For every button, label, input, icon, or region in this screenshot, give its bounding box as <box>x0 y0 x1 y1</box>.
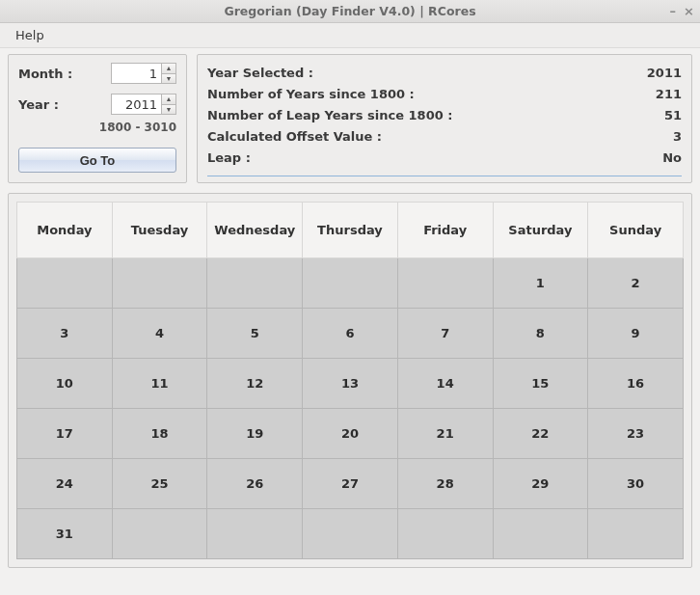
calendar-panel: MondayTuesdayWednesdayThursdayFridaySatu… <box>8 193 692 568</box>
calendar-cell[interactable]: 30 <box>588 459 684 509</box>
calendar-row: 3456789 <box>17 309 684 359</box>
minimize-button[interactable]: – <box>670 5 677 17</box>
year-selected-label: Year Selected : <box>207 63 313 84</box>
offset-label: Calculated Offset Value : <box>207 126 382 148</box>
info-separator <box>207 176 682 176</box>
year-up-button[interactable]: ▲ <box>161 94 176 104</box>
window-title: Gregorian (Day Finder V4.0) | RCores <box>224 4 475 18</box>
calendar-cell[interactable]: 8 <box>493 309 588 359</box>
window-controls: – × <box>670 0 694 22</box>
years-since-label: Number of Years since 1800 : <box>207 84 415 105</box>
calendar-cell[interactable]: 2 <box>588 258 684 309</box>
calendar-table: MondayTuesdayWednesdayThursdayFridaySatu… <box>16 202 684 559</box>
calendar-cell[interactable]: 21 <box>397 409 493 459</box>
calendar-cell[interactable]: 7 <box>397 309 493 359</box>
calendar-cell[interactable]: 26 <box>207 459 303 509</box>
calendar-header: Monday <box>17 203 113 258</box>
calendar-cell[interactable]: 5 <box>207 309 303 359</box>
calendar-header: Wednesday <box>207 203 303 258</box>
year-input[interactable] <box>111 94 161 115</box>
calendar-header: Saturday <box>493 203 588 258</box>
calendar-cell[interactable]: 15 <box>493 359 588 409</box>
calendar-cell[interactable]: 14 <box>397 359 493 409</box>
year-selected-value: 2011 <box>647 63 682 84</box>
input-panel: Month : ▲ ▼ Year : ▲ ▼ <box>8 54 187 183</box>
calendar-cell[interactable]: 23 <box>588 409 684 459</box>
calendar-cell[interactable]: 9 <box>588 309 684 359</box>
calendar-cell[interactable]: 22 <box>493 409 588 459</box>
calendar-cell <box>303 509 398 559</box>
leap-label: Leap : <box>207 148 251 169</box>
calendar-cell[interactable]: 10 <box>17 359 113 409</box>
calendar-cell <box>112 258 207 309</box>
calendar-cell[interactable]: 4 <box>112 309 207 359</box>
calendar-cell[interactable]: 18 <box>112 409 207 459</box>
calendar-header: Tuesday <box>112 203 207 258</box>
years-since-value: 211 <box>656 84 682 105</box>
calendar-cell[interactable]: 29 <box>493 459 588 509</box>
calendar-cell <box>112 509 207 559</box>
leap-years-label: Number of Leap Years since 1800 : <box>207 105 452 126</box>
calendar-cell[interactable]: 27 <box>303 459 398 509</box>
calendar-cell <box>397 509 493 559</box>
offset-value: 3 <box>673 126 682 148</box>
calendar-row: 12 <box>17 258 684 309</box>
month-down-button[interactable]: ▼ <box>161 73 176 85</box>
month-input[interactable] <box>111 63 161 84</box>
close-button[interactable]: × <box>684 5 694 17</box>
titlebar: Gregorian (Day Finder V4.0) | RCores – × <box>0 0 700 23</box>
calendar-cell <box>207 258 303 309</box>
calendar-cell <box>207 509 303 559</box>
calendar-cell[interactable]: 19 <box>207 409 303 459</box>
month-spinner[interactable]: ▲ ▼ <box>111 63 176 84</box>
year-down-button[interactable]: ▼ <box>161 104 176 116</box>
info-panel: Year Selected : 2011 Number of Years sin… <box>197 54 692 183</box>
calendar-cell[interactable]: 20 <box>303 409 398 459</box>
calendar-cell[interactable]: 11 <box>112 359 207 409</box>
menu-help[interactable]: Help <box>8 25 52 45</box>
calendar-cell[interactable]: 3 <box>17 309 113 359</box>
goto-button[interactable]: Go To <box>18 148 176 173</box>
calendar-cell[interactable]: 28 <box>397 459 493 509</box>
leap-value: No <box>662 148 682 169</box>
calendar-cell[interactable]: 17 <box>17 409 113 459</box>
calendar-cell[interactable]: 24 <box>17 459 113 509</box>
calendar-cell[interactable]: 13 <box>303 359 398 409</box>
calendar-header: Sunday <box>588 203 684 258</box>
calendar-cell[interactable]: 12 <box>207 359 303 409</box>
month-up-button[interactable]: ▲ <box>161 63 176 73</box>
calendar-row: 10111213141516 <box>17 359 684 409</box>
calendar-cell[interactable]: 1 <box>493 258 588 309</box>
year-label: Year : <box>18 97 59 112</box>
calendar-row: 24252627282930 <box>17 459 684 509</box>
calendar-cell[interactable]: 6 <box>303 309 398 359</box>
calendar-cell <box>397 258 493 309</box>
calendar-cell[interactable]: 16 <box>588 359 684 409</box>
calendar-cell <box>303 258 398 309</box>
month-label: Month : <box>18 67 72 81</box>
menubar: Help <box>0 23 700 48</box>
calendar-cell <box>588 509 684 559</box>
calendar-cell[interactable]: 25 <box>112 459 207 509</box>
calendar-cell[interactable]: 31 <box>17 509 113 559</box>
calendar-header: Friday <box>397 203 493 258</box>
year-spinner[interactable]: ▲ ▼ <box>111 94 176 115</box>
calendar-cell <box>17 258 113 309</box>
leap-years-value: 51 <box>664 105 682 126</box>
calendar-row: 31 <box>17 509 684 559</box>
calendar-header: Thursday <box>303 203 398 258</box>
calendar-row: 17181920212223 <box>17 409 684 459</box>
year-range-hint: 1800 - 3010 <box>18 121 176 134</box>
calendar-cell <box>493 509 588 559</box>
